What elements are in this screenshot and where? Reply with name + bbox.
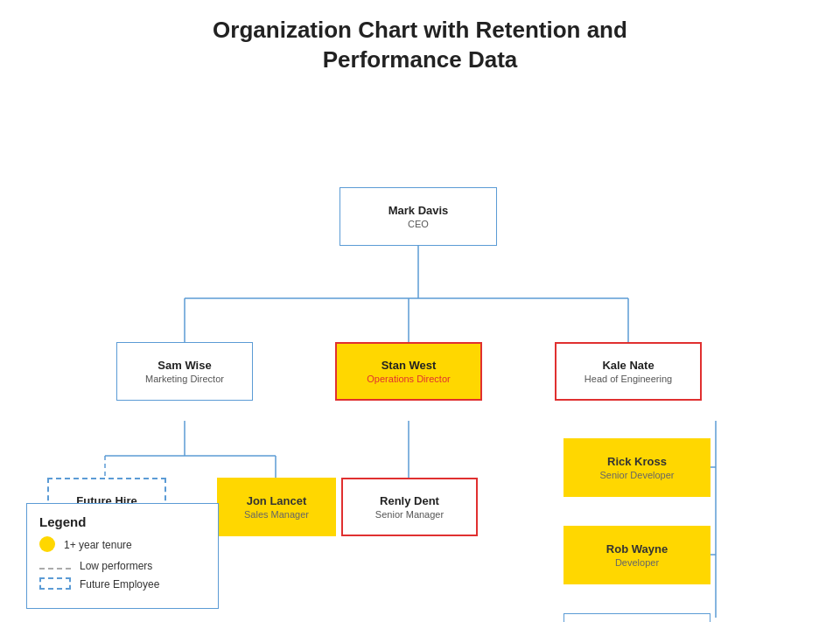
page: Organization Chart with Retention andPer… xyxy=(0,0,840,622)
legend-item-low-performers: Low performers xyxy=(39,560,200,572)
chart-area: Mark Davis CEO Sam Wise Marketing Direct… xyxy=(0,75,840,618)
node-stan-west[interactable]: Stan West Operations Director xyxy=(335,342,482,401)
legend-item-future-employee: Future Employee xyxy=(39,577,200,592)
tenure-label: 1+ year tenure xyxy=(64,539,132,551)
low-performers-label: Low performers xyxy=(80,560,152,572)
legend: Legend 1+ year tenure Low performers Fut… xyxy=(26,503,219,609)
page-title: Organization Chart with Retention andPer… xyxy=(0,0,840,75)
tenure-icon xyxy=(39,536,55,555)
node-renly-dent[interactable]: Renly Dent Senior Manager xyxy=(341,478,478,536)
node-kale-nate[interactable]: Kale Nate Head of Engineering xyxy=(555,342,702,401)
future-employee-icon xyxy=(39,577,71,592)
node-mark-davis[interactable]: Mark Davis CEO xyxy=(340,187,497,246)
node-clikwe-daas[interactable]: Clikwe Daas Mobile Developer xyxy=(564,613,710,622)
node-rob-wayne[interactable]: Rob Wayne Developer xyxy=(564,526,710,584)
node-rick-kross[interactable]: Rick Kross Senior Developer xyxy=(564,438,710,497)
legend-title: Legend xyxy=(39,514,200,529)
low-performers-icon xyxy=(39,560,71,572)
future-employee-label: Future Employee xyxy=(80,578,159,591)
node-sam-wise[interactable]: Sam Wise Marketing Director xyxy=(116,342,253,401)
legend-item-tenure: 1+ year tenure xyxy=(39,536,200,555)
node-jon-lancet[interactable]: Jon Lancet Sales Manager xyxy=(217,478,336,536)
